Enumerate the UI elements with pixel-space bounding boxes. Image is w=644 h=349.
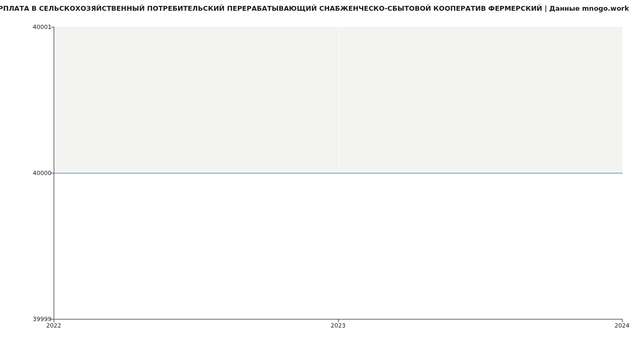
data-line: [54, 173, 623, 173]
y-tick-label: 40001: [33, 24, 52, 31]
x-tick-label: 2022: [46, 322, 61, 329]
y-tick-label: 39999: [33, 316, 52, 323]
chart-title: ЗАРПЛАТА В СЕЛЬСКОХОЗЯЙСТВЕННЫЙ ПОТРЕБИТ…: [0, 4, 629, 12]
x-tick-label: 2024: [614, 322, 630, 329]
x-tick-label: 2023: [331, 322, 346, 329]
plot-area: [54, 27, 623, 319]
y-tick-label: 40000: [33, 170, 52, 177]
chart-stage: ЗАРПЛАТА В СЕЛЬСКОХОЗЯЙСТВЕННЫЙ ПОТРЕБИТ…: [0, 0, 644, 349]
